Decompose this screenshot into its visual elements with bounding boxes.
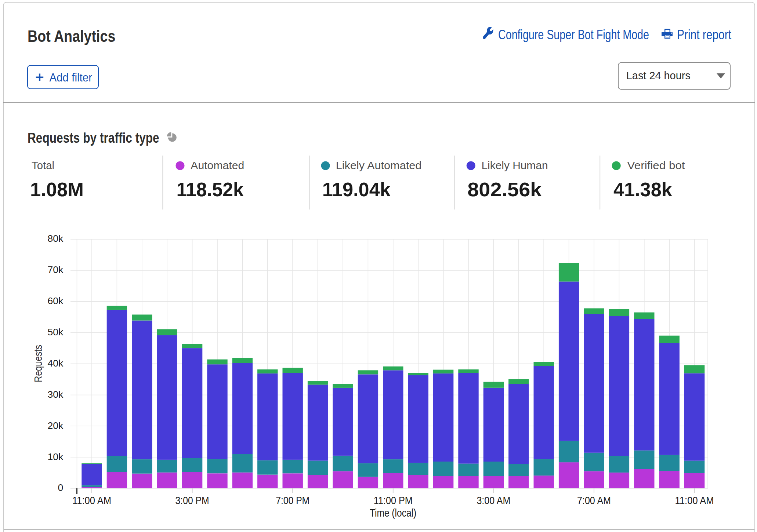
svg-text:70k: 70k <box>48 264 64 275</box>
svg-text:Automated: Automated <box>191 159 244 171</box>
svg-text:118.52k: 118.52k <box>177 178 244 200</box>
svg-text:40k: 40k <box>48 358 64 369</box>
svg-text:Likely Human: Likely Human <box>482 159 548 171</box>
svg-text:50k: 50k <box>48 327 64 338</box>
svg-text:Requests: Requests <box>32 345 44 382</box>
svg-text:7:00 PM: 7:00 PM <box>276 494 309 506</box>
svg-text:119.04k: 119.04k <box>322 178 391 200</box>
svg-text:Time (local): Time (local) <box>370 507 416 519</box>
svg-text:7:00 AM: 7:00 AM <box>577 494 611 506</box>
svg-text:Requests by traffic type: Requests by traffic type <box>28 130 159 146</box>
svg-text:Total: Total <box>32 159 54 171</box>
svg-text:802.56k: 802.56k <box>467 178 542 200</box>
svg-text:Add filter: Add filter <box>50 71 93 84</box>
svg-text:Print report: Print report <box>677 27 731 42</box>
svg-text:11:00 AM: 11:00 AM <box>72 494 111 506</box>
svg-text:Configure Super Bot Fight Mode: Configure Super Bot Fight Mode <box>498 27 649 42</box>
svg-text:0: 0 <box>58 482 64 493</box>
svg-text:30k: 30k <box>48 389 64 400</box>
svg-text:60k: 60k <box>48 295 64 306</box>
svg-text:20k: 20k <box>48 420 64 431</box>
svg-text:Verified bot: Verified bot <box>627 159 685 171</box>
svg-text:Bot Analytics: Bot Analytics <box>28 27 116 45</box>
svg-text:10k: 10k <box>48 451 64 462</box>
svg-text:Likely Automated: Likely Automated <box>336 159 422 171</box>
svg-text:Last 24 hours: Last 24 hours <box>626 69 691 81</box>
svg-text:41.38k: 41.38k <box>613 178 673 200</box>
svg-text:11:00 PM: 11:00 PM <box>374 494 413 506</box>
svg-text:11:00 AM: 11:00 AM <box>675 494 714 506</box>
svg-text:3:00 PM: 3:00 PM <box>175 494 209 506</box>
svg-text:80k: 80k <box>48 233 64 244</box>
svg-text:3:00 AM: 3:00 AM <box>477 494 510 506</box>
svg-text:1.08M: 1.08M <box>30 178 84 200</box>
